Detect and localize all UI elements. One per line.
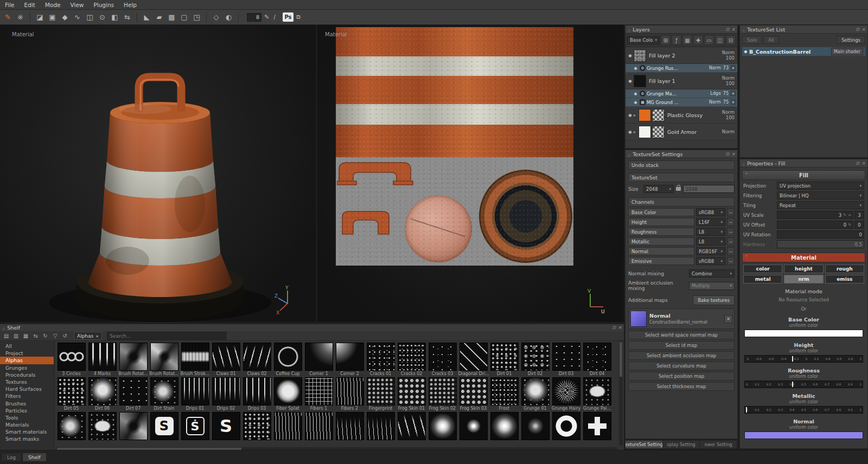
visibility-icon[interactable] [633,92,639,96]
menu-item-help[interactable]: Help [119,2,142,8]
shelf-item[interactable] [149,412,180,447]
settings-button[interactable]: Settings [837,36,865,44]
shelf-item-thumbnail[interactable] [367,377,395,405]
add-paint-layer-icon[interactable]: ✚ [693,35,703,45]
layer-blend-mode[interactable]: Norm [722,50,735,55]
link-icon[interactable]: ∞ [848,213,851,217]
shelf-item-thumbnail[interactable] [459,377,488,405]
undo-icon[interactable]: ↺ [61,332,69,340]
effect-opacity[interactable]: 73 [723,66,729,70]
projection-dropdown[interactable]: UV projection [777,182,864,190]
shelf-item-thumbnail[interactable] [398,377,426,405]
base-color-swatch[interactable] [744,330,863,337]
viewport-3d[interactable]: Material [0,25,316,322]
shelf-item-thumbnail[interactable] [398,412,426,440]
filtering-dropdown[interactable]: Bilinear | HQ [777,191,864,199]
layer-row[interactable]: Fill layer 2Norm100 [626,47,737,64]
shelf-item[interactable]: 3 Circles [56,343,87,377]
height-slider[interactable]: -1-0.8-0.6-0.4-0.200.20.40.60.81 [744,355,863,363]
add-folder-icon[interactable]: ▭ [704,35,714,45]
shelf-category-grunges[interactable]: Grunges [0,364,54,371]
uv-rotation-field[interactable]: 0 [777,230,864,239]
menu-item-edit[interactable]: Edit [20,2,40,8]
layer-row[interactable]: Fill layer 1Norm100 [626,73,737,89]
brush-size-field[interactable]: 8 [247,13,261,22]
filter-tag[interactable]: Alphas [74,332,102,340]
shelf-item-thumbnail[interactable] [274,343,302,371]
shelf-item-thumbnail[interactable] [336,412,364,440]
add-smart-material-icon[interactable]: ◫ [715,35,725,45]
channel-name[interactable]: Emissive [628,257,694,265]
shelf-item-thumbnail[interactable] [552,412,580,440]
shelf-item-thumbnail[interactable] [212,377,240,405]
shelf-category-materials[interactable]: Materials [0,421,54,428]
remove-channel-button[interactable] [727,257,735,265]
shelf-item-thumbnail[interactable] [274,377,302,405]
shelf-category-particles[interactable]: Particles [0,407,54,414]
shelf-item[interactable] [551,412,582,447]
normal-map-thumbnail[interactable] [630,311,647,327]
shelf-item-thumbnail[interactable] [150,377,178,405]
visibility-icon[interactable] [627,130,634,134]
shelf-item-thumbnail[interactable] [367,343,395,371]
shelf-item[interactable]: Diagonal Dri... [458,343,489,377]
shelf-item-thumbnail[interactable] [119,377,148,405]
shelf-item[interactable]: Frog Skin 03 [458,377,489,412]
shelf-item-thumbnail[interactable] [429,412,457,440]
effect-blend-mode[interactable]: Norm [709,100,721,105]
undo-stack-button[interactable]: Undo stack [628,160,735,170]
shelf-item[interactable]: Corner 2 [334,343,365,377]
channel-format-dropdown[interactable]: L8 [696,228,725,236]
uv-scale-y-field[interactable]: 3 [854,211,864,219]
layer-secondary-thumbnail[interactable] [652,109,665,121]
remove-channel-button[interactable] [727,228,735,236]
add-fill-layer-icon[interactable]: ▦ [682,35,692,45]
eraser-tool-icon[interactable]: ◪ [34,11,46,23]
close-icon[interactable] [730,91,736,96]
shelf-category-brushes[interactable]: Brushes [0,400,54,407]
shelf-item-thumbnail[interactable] [583,377,611,405]
shelf-item[interactable]: Grunge Pai... [582,377,612,412]
geometry-mesh-tool-icon[interactable]: ▩ [166,11,177,23]
shelf-item-thumbnail[interactable] [552,343,580,371]
visibility-icon[interactable] [627,113,634,118]
close-icon[interactable] [618,325,622,330]
shelf-item[interactable]: Frost [489,377,520,412]
shelf-category-alphas[interactable]: Alphas [0,357,54,364]
panel-grip-icon[interactable] [742,159,747,169]
select-map-button[interactable]: Select thickness map [628,382,735,391]
uv-offset-y-field[interactable]: 0 [854,221,864,229]
delete-layer-icon[interactable]: ⊟ [726,35,736,45]
shelf-item-thumbnail[interactable] [212,343,240,371]
popout-icon[interactable] [726,27,730,32]
smudge-tool-icon[interactable]: ∿ [72,11,83,23]
shelf-item-thumbnail[interactable] [398,343,426,371]
panel-grip-icon[interactable] [628,150,633,159]
shelf-item-thumbnail[interactable] [181,343,209,371]
shelf-item-thumbnail[interactable] [119,412,148,440]
channel-toggle-metal[interactable]: metal [743,275,782,283]
shelf-item[interactable] [334,412,365,447]
shelf-item-thumbnail[interactable] [490,412,519,440]
shelf-item[interactable]: Dirt 02 [520,343,551,377]
shelf-item-thumbnail[interactable] [88,412,117,440]
close-icon[interactable] [731,152,735,157]
remove-channel-button[interactable] [727,208,735,216]
shelf-item-thumbnail[interactable] [305,377,333,405]
uv-chunk-tool-icon[interactable]: ◳ [191,11,202,23]
metallic-slider[interactable]: 00.10.20.30.40.50.60.70.80.91 [744,406,863,414]
shelf-item[interactable] [210,412,241,447]
close-icon[interactable] [861,161,865,166]
solo-button[interactable]: Solo [742,36,762,44]
shelf-item[interactable] [87,412,118,447]
layer-opacity[interactable]: 100 [726,55,735,61]
visibility-icon[interactable] [627,53,634,58]
layer-thumbnail[interactable] [639,126,651,138]
shelf-item-thumbnail[interactable] [429,377,457,405]
geometry-quad-tool-icon[interactable]: ▰ [154,11,165,23]
shelf-item[interactable]: Brush Strok... [180,343,210,377]
navigation-gizmo-3d[interactable]: Y Z X [275,285,299,314]
shelf-item-thumbnail[interactable] [58,377,86,405]
shelf-item-thumbnail[interactable] [243,412,271,440]
shelf-item[interactable] [56,412,87,447]
